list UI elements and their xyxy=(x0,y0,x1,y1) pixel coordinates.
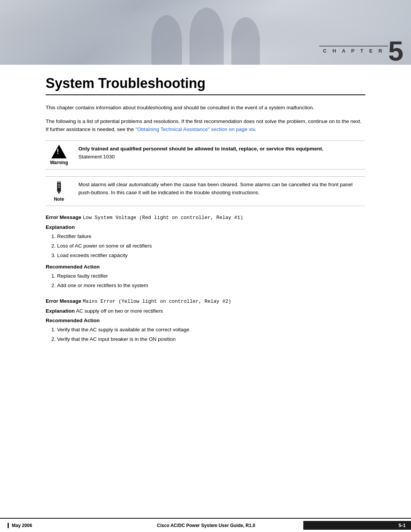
explanation-item-1-1: Rectifier failure xyxy=(57,232,365,241)
figure-1 xyxy=(151,15,182,65)
warning-bold-text: Only trained and qualified personnel sho… xyxy=(78,146,323,152)
warning-triangle-icon xyxy=(51,145,67,158)
header-figures xyxy=(80,4,331,65)
chapter-header: C H A P T E R 5 xyxy=(0,0,411,65)
explanation-item-1-2: Loss of AC power on some or all rectifie… xyxy=(57,242,365,251)
figure-2 xyxy=(190,8,224,65)
explanation-inline-text-2: AC supply off on two or more rectifiers xyxy=(76,308,163,314)
action-item-1-1: Replace faulty rectifier xyxy=(57,272,365,281)
error-msg-line-2: Error Message Mains Error (Yellow light … xyxy=(46,298,365,304)
chapter-bar: C H A P T E R 5 xyxy=(319,37,411,65)
warning-icon-col: Warning xyxy=(46,145,72,165)
svg-marker-1 xyxy=(57,191,61,194)
note-icon-wrap xyxy=(52,181,66,195)
footer-right: 5-1 xyxy=(303,521,411,530)
note-icon-col: Note xyxy=(46,181,72,202)
page-footer: May 2006 Cisco AC/DC Power System User G… xyxy=(0,518,411,532)
note-callout: Note Most alarms will clear automaticall… xyxy=(46,176,365,206)
chapter-number: 5 xyxy=(388,37,411,65)
error-msg-label-2: Error Message xyxy=(46,298,81,304)
figure-3 xyxy=(231,17,260,65)
explanation-list-1: Rectifier failure Loss of AC power on so… xyxy=(57,232,365,260)
explanation-item-1-3: Load exceeds rectifier capacity xyxy=(57,251,365,260)
explanation-label-2: Explanation xyxy=(46,308,75,314)
title-rule xyxy=(46,94,365,95)
rec-action-label-2: Recommended Action xyxy=(46,318,365,323)
error-msg-label-1: Error Message xyxy=(46,214,81,220)
intro-para-1: This chapter contains information about … xyxy=(46,104,365,112)
error-msg-line-1: Error Message Low System Voltage (Red li… xyxy=(46,214,365,220)
chapter-label: C H A P T E R xyxy=(319,46,388,55)
note-label: Note xyxy=(54,197,64,202)
page-title: System Troubleshooting xyxy=(46,75,365,91)
action-item-2-1: Verify that the AC supply is available a… xyxy=(57,326,365,334)
error-block-1: Error Message Low System Voltage (Red li… xyxy=(46,214,365,290)
intro-2-end: . xyxy=(255,126,256,132)
error-msg-code-1: Low System Voltage (Red light on control… xyxy=(83,215,243,220)
action-item-2-2: Verify that the AC input breaker is in t… xyxy=(57,335,365,344)
svg-rect-2 xyxy=(57,181,61,183)
warning-body: Only trained and qualified personnel sho… xyxy=(78,145,365,161)
warning-label: Warning xyxy=(50,160,68,165)
action-item-1-2: Add one or more rectifiers to the system xyxy=(57,281,365,290)
intro-para-2: The following is a list of potential pro… xyxy=(46,117,365,134)
note-pencil-icon xyxy=(52,181,66,195)
warning-callout: Warning Only trained and qualified perso… xyxy=(46,141,365,169)
rec-action-label-1: Recommended Action xyxy=(46,264,365,270)
error-block-2: Error Message Mains Error (Yellow light … xyxy=(46,298,365,344)
explanation-inline-2: Explanation AC supply off on two or more… xyxy=(46,308,365,314)
action-list-2: Verify that the AC supply is available a… xyxy=(57,326,365,344)
warning-sub-text: Statement 1030 xyxy=(78,154,115,160)
svg-rect-0 xyxy=(57,182,61,191)
footer-left: May 2006 xyxy=(8,523,109,528)
footer-center: Cisco AC/DC Power System User Guide, R1.… xyxy=(109,523,303,528)
action-list-1: Replace faulty rectifier Add one or more… xyxy=(57,272,365,290)
explanation-label-1: Explanation xyxy=(46,224,365,230)
note-body: Most alarms will clear automatically whe… xyxy=(78,181,365,197)
error-msg-code-2: Mains Error (Yellow light on controller,… xyxy=(83,299,231,304)
content-area: System Troubleshooting This chapter cont… xyxy=(0,75,411,375)
obtaining-assistance-link[interactable]: "Obtaining Technical Assistance" section… xyxy=(135,126,255,132)
